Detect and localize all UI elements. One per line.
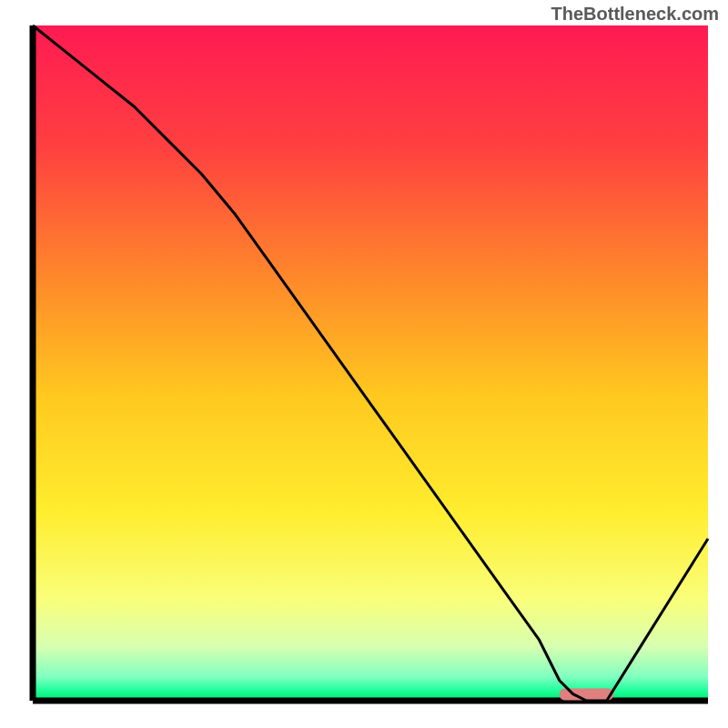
watermark-text: TheBottleneck.com — [551, 4, 719, 25]
chart-gradient-background — [33, 25, 708, 701]
chart-svg — [0, 0, 728, 728]
bottleneck-chart — [0, 0, 728, 728]
